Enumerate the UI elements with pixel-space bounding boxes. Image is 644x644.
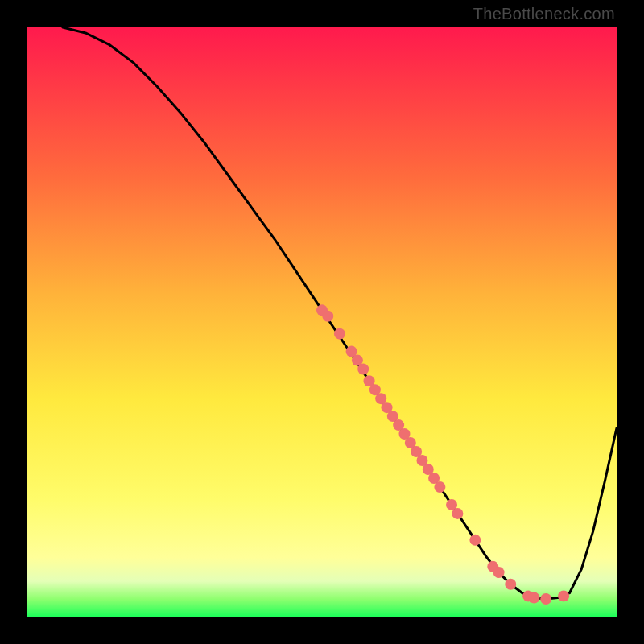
markers-group (316, 304, 569, 605)
marker-point (529, 592, 540, 604)
marker-point (469, 535, 481, 546)
marker-point (452, 508, 463, 519)
marker-point (434, 481, 445, 493)
bottleneck-curve (63, 27, 617, 599)
marker-point (505, 579, 516, 590)
marker-point (322, 311, 333, 322)
marker-point (334, 328, 345, 340)
marker-point (558, 590, 569, 601)
chart-svg (27, 27, 617, 617)
outer-frame: TheBottleneck.com (0, 0, 644, 644)
marker-point (540, 593, 551, 605)
plot-area (27, 27, 617, 617)
attribution-text: TheBottleneck.com (473, 5, 615, 23)
marker-point (357, 364, 369, 375)
marker-point (493, 567, 505, 578)
